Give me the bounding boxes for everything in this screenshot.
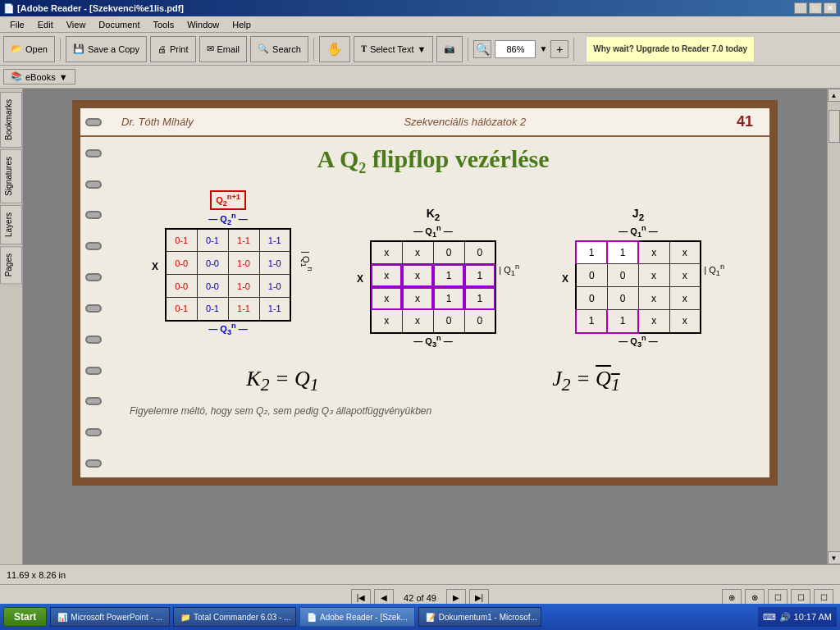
select-text-button[interactable]: 𝐓 Select Text ▼ xyxy=(354,36,434,62)
open-button[interactable]: 📂 Open xyxy=(3,36,55,62)
slide-title: A Q2 flipflop vezérlése xyxy=(130,145,737,177)
kmap1-table: 0-1 0-1 1-1 1-1 0-0 0-0 1-0 xyxy=(165,228,291,322)
adobe-icon: 📄 xyxy=(307,613,317,622)
camera-icon: 📷 xyxy=(444,43,455,54)
taskbar-item-word[interactable]: 📝 Dokumentum1 - Microsof... xyxy=(418,607,541,627)
menu-tools[interactable]: Tools xyxy=(147,18,181,31)
spiral-ring xyxy=(85,211,102,219)
powerpoint-label: Microsoft PowerPoint - ... xyxy=(71,613,162,622)
kmap3-bottom-label: — Q3n — xyxy=(575,334,701,349)
minimize-button[interactable]: _ xyxy=(794,2,807,14)
scroll-down-button[interactable]: ▼ xyxy=(828,551,841,564)
pdf-page-outer: Dr. Tóth Mihály Szekvenciális hálózatok … xyxy=(72,100,778,486)
menu-view[interactable]: View xyxy=(60,18,93,31)
zoom-out-button[interactable]: 🔍 xyxy=(473,40,491,58)
q2-box: Q2n+1 xyxy=(210,190,246,210)
snapshot-button[interactable]: 📷 xyxy=(436,36,463,62)
total-commander-label: Total Commander 6.03 - ... xyxy=(194,613,290,622)
taskbar-item-total-commander[interactable]: 📁 Total Commander 6.03 - ... xyxy=(173,607,296,627)
window-controls[interactable]: _ □ ✕ xyxy=(794,2,837,14)
total-commander-icon: 📁 xyxy=(180,613,190,622)
clock: 10:17 AM xyxy=(794,612,832,622)
ebooks-button[interactable]: 📚 eBooks ▼ xyxy=(3,69,75,84)
scroll-thumb[interactable] xyxy=(829,110,840,143)
sidebar-tab-signatures[interactable]: Signatures xyxy=(0,149,22,203)
page-dimensions: 11.69 x 8.26 in xyxy=(7,570,66,580)
search-icon: 🔍 xyxy=(258,43,269,54)
adobe-label: Adobe Reader - [Szek... xyxy=(320,613,408,622)
spiral-ring xyxy=(85,459,102,468)
spiral-ring xyxy=(85,428,102,436)
spiral-ring xyxy=(85,304,102,313)
spiral-ring xyxy=(85,149,102,158)
word-label: Dokumentum1 - Microsof... xyxy=(439,613,537,622)
kmap3-section: J2 — Q1n — 1 1 xyxy=(575,207,701,334)
sidebar: Bookmarks Signatures Layers Pages xyxy=(0,89,23,564)
kmap3-left-label: X xyxy=(562,273,568,285)
spiral-ring xyxy=(85,180,102,189)
kmap3-title: J2 xyxy=(632,207,644,222)
kmap2-section: K2 — Q1n — x x xyxy=(370,207,496,334)
kmap1-bottom-label: — Q3n — xyxy=(165,322,291,336)
text-select-icon: 𝐓 xyxy=(361,43,367,54)
menu-bar: File Edit View Document Tools Window Hel… xyxy=(0,16,840,33)
sidebar-tab-layers[interactable]: Layers xyxy=(0,205,22,244)
menu-window[interactable]: Window xyxy=(180,18,226,31)
sidebar-tab-bookmarks[interactable]: Bookmarks xyxy=(0,92,22,148)
search-button[interactable]: 🔍 Search xyxy=(250,36,308,62)
toolbar: 📂 Open 💾 Save a Copy 🖨 Print ✉ Email 🔍 S… xyxy=(0,33,840,66)
title-text: [Adobe Reader - [Szekvenci%e1lis.pdf] xyxy=(17,3,184,13)
status-bar: 11.69 x 8.26 in xyxy=(0,564,840,584)
taskbar-right: ⌨ 🔊 10:17 AM xyxy=(758,607,837,627)
taskbar-item-adobe[interactable]: 📄 Adobe Reader - [Szek... xyxy=(299,607,415,627)
hand-icon: ✋ xyxy=(326,41,343,57)
title-bar: 📄 [Adobe Reader - [Szekvenci%e1lis.pdf] … xyxy=(0,0,840,16)
kmap3-top-label: — Q1n — xyxy=(619,224,657,239)
spiral-ring xyxy=(85,118,102,126)
kmap1-top-label: — Q2n — xyxy=(208,212,247,226)
upgrade-text: Why wait? Upgrade to Reader 7.0 today xyxy=(593,44,747,53)
hand-tool-button[interactable]: ✋ xyxy=(319,36,350,62)
dropdown-arrow: ▼ xyxy=(418,44,427,54)
taskbar-item-powerpoint[interactable]: 📊 Microsoft PowerPoint - ... xyxy=(50,607,170,627)
email-button[interactable]: ✉ Email xyxy=(199,36,248,62)
ebooks-bar: 📚 eBooks ▼ xyxy=(0,66,840,89)
kmap2-bottom-label: — Q3n — xyxy=(370,334,496,349)
email-icon: ✉ xyxy=(207,43,214,54)
scroll-track xyxy=(828,102,841,551)
formula-j2: J2 = Q1 xyxy=(552,367,620,395)
kmap1-left-label: X xyxy=(152,261,158,272)
zoom-input[interactable] xyxy=(495,40,536,58)
scrollbar-right[interactable]: ▲ ▼ xyxy=(827,89,840,564)
zoom-in-button[interactable]: + xyxy=(550,40,568,58)
kmap3-table: 1 1 x x 0 0 x x xyxy=(575,240,701,334)
kmap2-title: K2 xyxy=(427,207,441,222)
menu-document[interactable]: Document xyxy=(92,18,146,31)
page-number: 41 xyxy=(737,113,753,130)
zoom-dropdown[interactable]: ▼ xyxy=(539,44,547,53)
separator xyxy=(60,38,61,61)
titlebar-title: 📄 [Adobe Reader - [Szekvenci%e1lis.pdf] xyxy=(3,3,184,14)
save-copy-button[interactable]: 💾 Save a Copy xyxy=(66,36,147,62)
separator2 xyxy=(313,38,314,61)
scroll-up-button[interactable]: ▲ xyxy=(828,89,841,102)
taskbar: Start 📊 Microsoft PowerPoint - ... 📁 Tot… xyxy=(0,604,840,630)
ebooks-dropdown-icon: ▼ xyxy=(59,72,68,82)
zoom-out-icon: 🔍 xyxy=(476,43,490,56)
print-button[interactable]: 🖨 Print xyxy=(150,36,196,62)
spiral-ring xyxy=(85,397,102,405)
formula-row: K2 = Q1 J2 = Q1 xyxy=(130,367,737,395)
maximize-button[interactable]: □ xyxy=(809,2,822,14)
menu-file[interactable]: File xyxy=(3,18,31,31)
spiral-ring xyxy=(85,242,102,250)
close-button[interactable]: ✕ xyxy=(824,2,837,14)
menu-edit[interactable]: Edit xyxy=(31,18,60,31)
page-author: Dr. Tóth Mihály xyxy=(121,116,194,128)
menu-help[interactable]: Help xyxy=(226,18,258,31)
upgrade-banner[interactable]: Why wait? Upgrade to Reader 7.0 today xyxy=(586,36,755,62)
speaker-icon: 🔊 xyxy=(779,612,791,623)
start-button[interactable]: Start xyxy=(3,607,47,627)
separator3 xyxy=(468,38,468,61)
sidebar-tab-pages[interactable]: Pages xyxy=(0,246,22,284)
kmap3-right-label: | Q1n xyxy=(704,263,724,278)
